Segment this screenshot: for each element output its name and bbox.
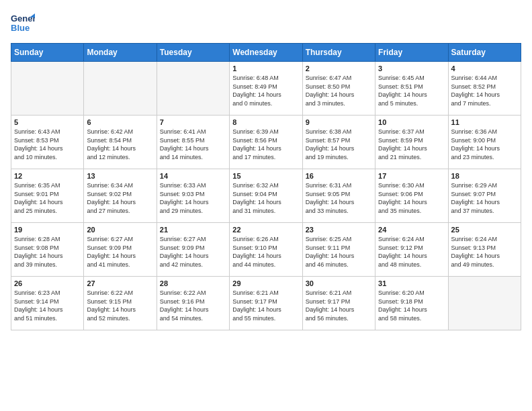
day-number: 2 <box>306 64 372 73</box>
day-number: 14 <box>160 172 226 180</box>
calendar-week-1: 1Sunrise: 6:48 AMSunset: 8:49 PMDaylight… <box>11 62 521 116</box>
day-info: Sunrise: 6:38 AMSunset: 8:57 PMDaylight:… <box>306 128 372 161</box>
day-number: 7 <box>160 118 226 126</box>
day-number: 17 <box>378 172 445 180</box>
calendar-cell: 31Sunrise: 6:20 AMSunset: 9:18 PMDayligh… <box>375 277 448 330</box>
calendar-cell: 8Sunrise: 6:39 AMSunset: 8:56 PMDaylight… <box>230 116 302 169</box>
calendar-cell: 4Sunrise: 6:44 AMSunset: 8:52 PMDaylight… <box>448 62 521 116</box>
calendar-cell: 2Sunrise: 6:47 AMSunset: 8:50 PMDaylight… <box>302 62 375 116</box>
svg-text:General: General <box>11 13 35 24</box>
calendar-week-4: 19Sunrise: 6:28 AMSunset: 9:08 PMDayligh… <box>11 223 521 277</box>
weekday-header-tuesday: Tuesday <box>157 44 229 62</box>
day-info: Sunrise: 6:22 AMSunset: 9:16 PMDaylight:… <box>160 289 226 322</box>
calendar-cell <box>11 62 84 116</box>
svg-text:Blue: Blue <box>11 23 30 33</box>
calendar-cell <box>157 62 229 116</box>
day-number: 12 <box>14 172 81 180</box>
weekday-header-friday: Friday <box>375 44 448 62</box>
day-number: 8 <box>232 118 299 126</box>
day-number: 22 <box>232 226 299 234</box>
day-info: Sunrise: 6:27 AMSunset: 9:09 PMDaylight:… <box>87 235 153 269</box>
day-number: 16 <box>306 172 372 180</box>
day-info: Sunrise: 6:35 AMSunset: 9:01 PMDaylight:… <box>14 181 81 215</box>
calendar-cell: 22Sunrise: 6:26 AMSunset: 9:10 PMDayligh… <box>230 223 302 277</box>
day-info: Sunrise: 6:36 AMSunset: 9:00 PMDaylight:… <box>451 128 518 161</box>
calendar-week-2: 5Sunrise: 6:43 AMSunset: 8:53 PMDaylight… <box>11 116 521 169</box>
calendar-week-3: 12Sunrise: 6:35 AMSunset: 9:01 PMDayligh… <box>11 169 521 223</box>
calendar-cell <box>84 62 157 116</box>
day-info: Sunrise: 6:37 AMSunset: 8:59 PMDaylight:… <box>378 128 445 161</box>
day-number: 29 <box>232 279 299 287</box>
calendar-cell <box>448 277 521 330</box>
day-number: 6 <box>87 118 153 126</box>
day-info: Sunrise: 6:24 AMSunset: 9:12 PMDaylight:… <box>378 235 445 269</box>
day-info: Sunrise: 6:21 AMSunset: 9:17 PMDaylight:… <box>306 289 372 322</box>
day-info: Sunrise: 6:43 AMSunset: 8:53 PMDaylight:… <box>14 128 81 161</box>
calendar-cell: 15Sunrise: 6:32 AMSunset: 9:04 PMDayligh… <box>230 169 302 223</box>
calendar-cell: 13Sunrise: 6:34 AMSunset: 9:02 PMDayligh… <box>84 169 157 223</box>
day-number: 20 <box>87 226 153 234</box>
day-number: 18 <box>451 172 518 180</box>
day-info: Sunrise: 6:41 AMSunset: 8:55 PMDaylight:… <box>160 128 226 161</box>
day-number: 4 <box>451 64 518 73</box>
calendar-cell: 24Sunrise: 6:24 AMSunset: 9:12 PMDayligh… <box>375 223 448 277</box>
day-info: Sunrise: 6:27 AMSunset: 9:09 PMDaylight:… <box>160 235 226 269</box>
day-number: 3 <box>378 64 445 73</box>
logo: General Blue <box>11 11 35 35</box>
calendar-table: SundayMondayTuesdayWednesdayThursdayFrid… <box>11 43 521 330</box>
day-info: Sunrise: 6:42 AMSunset: 8:54 PMDaylight:… <box>87 128 153 161</box>
day-number: 13 <box>87 172 153 180</box>
logo-icon: General Blue <box>11 11 35 35</box>
calendar-cell: 5Sunrise: 6:43 AMSunset: 8:53 PMDaylight… <box>11 116 84 169</box>
day-info: Sunrise: 6:47 AMSunset: 8:50 PMDaylight:… <box>306 74 372 107</box>
calendar-cell: 20Sunrise: 6:27 AMSunset: 9:09 PMDayligh… <box>84 223 157 277</box>
calendar-cell: 12Sunrise: 6:35 AMSunset: 9:01 PMDayligh… <box>11 169 84 223</box>
day-number: 19 <box>14 226 81 234</box>
calendar-cell: 25Sunrise: 6:24 AMSunset: 9:13 PMDayligh… <box>448 223 521 277</box>
day-info: Sunrise: 6:23 AMSunset: 9:14 PMDaylight:… <box>14 289 81 322</box>
page-header: General Blue <box>11 11 521 35</box>
day-info: Sunrise: 6:31 AMSunset: 9:05 PMDaylight:… <box>306 181 372 215</box>
calendar-cell: 16Sunrise: 6:31 AMSunset: 9:05 PMDayligh… <box>302 169 375 223</box>
day-number: 5 <box>14 118 81 126</box>
day-info: Sunrise: 6:45 AMSunset: 8:51 PMDaylight:… <box>378 74 445 107</box>
day-info: Sunrise: 6:30 AMSunset: 9:06 PMDaylight:… <box>378 181 445 215</box>
day-number: 31 <box>378 279 445 287</box>
day-number: 11 <box>451 118 518 126</box>
calendar-cell: 21Sunrise: 6:27 AMSunset: 9:09 PMDayligh… <box>157 223 229 277</box>
calendar-cell: 18Sunrise: 6:29 AMSunset: 9:07 PMDayligh… <box>448 169 521 223</box>
day-info: Sunrise: 6:48 AMSunset: 8:49 PMDaylight:… <box>232 74 299 107</box>
calendar-body: 1Sunrise: 6:48 AMSunset: 8:49 PMDaylight… <box>11 62 521 330</box>
calendar-cell: 3Sunrise: 6:45 AMSunset: 8:51 PMDaylight… <box>375 62 448 116</box>
day-info: Sunrise: 6:34 AMSunset: 9:02 PMDaylight:… <box>87 181 153 215</box>
calendar-cell: 28Sunrise: 6:22 AMSunset: 9:16 PMDayligh… <box>157 277 229 330</box>
calendar-cell: 1Sunrise: 6:48 AMSunset: 8:49 PMDaylight… <box>230 62 302 116</box>
weekday-header-saturday: Saturday <box>448 44 521 62</box>
calendar-cell: 29Sunrise: 6:21 AMSunset: 9:17 PMDayligh… <box>230 277 302 330</box>
day-number: 26 <box>14 279 81 287</box>
day-info: Sunrise: 6:24 AMSunset: 9:13 PMDaylight:… <box>451 235 518 269</box>
calendar-cell: 19Sunrise: 6:28 AMSunset: 9:08 PMDayligh… <box>11 223 84 277</box>
weekday-header-thursday: Thursday <box>302 44 375 62</box>
day-number: 15 <box>232 172 299 180</box>
day-number: 27 <box>87 279 153 287</box>
weekday-header-wednesday: Wednesday <box>230 44 302 62</box>
calendar-cell: 14Sunrise: 6:33 AMSunset: 9:03 PMDayligh… <box>157 169 229 223</box>
day-number: 30 <box>306 279 372 287</box>
day-number: 23 <box>306 226 372 234</box>
day-info: Sunrise: 6:28 AMSunset: 9:08 PMDaylight:… <box>14 235 81 269</box>
calendar-cell: 7Sunrise: 6:41 AMSunset: 8:55 PMDaylight… <box>157 116 229 169</box>
day-info: Sunrise: 6:20 AMSunset: 9:18 PMDaylight:… <box>378 289 445 322</box>
day-info: Sunrise: 6:29 AMSunset: 9:07 PMDaylight:… <box>451 181 518 215</box>
day-number: 1 <box>232 64 299 73</box>
calendar-cell: 6Sunrise: 6:42 AMSunset: 8:54 PMDaylight… <box>84 116 157 169</box>
day-info: Sunrise: 6:25 AMSunset: 9:11 PMDaylight:… <box>306 235 372 269</box>
day-info: Sunrise: 6:21 AMSunset: 9:17 PMDaylight:… <box>232 289 299 322</box>
day-info: Sunrise: 6:33 AMSunset: 9:03 PMDaylight:… <box>160 181 226 215</box>
calendar-header-row: SundayMondayTuesdayWednesdayThursdayFrid… <box>11 44 521 62</box>
calendar-week-5: 26Sunrise: 6:23 AMSunset: 9:14 PMDayligh… <box>11 277 521 330</box>
day-info: Sunrise: 6:26 AMSunset: 9:10 PMDaylight:… <box>232 235 299 269</box>
calendar-cell: 17Sunrise: 6:30 AMSunset: 9:06 PMDayligh… <box>375 169 448 223</box>
calendar-cell: 26Sunrise: 6:23 AMSunset: 9:14 PMDayligh… <box>11 277 84 330</box>
day-info: Sunrise: 6:32 AMSunset: 9:04 PMDaylight:… <box>232 181 299 215</box>
